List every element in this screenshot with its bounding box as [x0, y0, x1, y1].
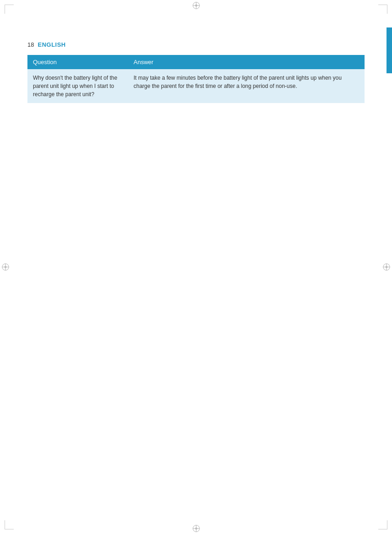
corner-mark-bottom-left [5, 520, 14, 529]
page-language: ENGLISH [38, 41, 65, 48]
table-header-question: Question [27, 55, 128, 69]
page-number: 18 [27, 41, 34, 48]
compass-icon-bottom [192, 524, 201, 533]
compass-icon-left [1, 262, 10, 272]
table-row: Why doesn't the battery light of the par… [27, 69, 365, 103]
table-cell-answer: It may take a few minutes before the bat… [128, 69, 365, 103]
compass-icon-top [192, 1, 201, 10]
table-cell-question: Why doesn't the battery light of the par… [27, 69, 128, 103]
sidebar-tab [387, 27, 392, 73]
table-header-answer: Answer [128, 55, 365, 69]
page-header: 18 ENGLISH [27, 41, 66, 48]
faq-table: Question Answer Why doesn't the battery … [27, 55, 365, 103]
corner-mark-bottom-right [378, 520, 387, 529]
compass-icon-right [382, 262, 391, 272]
corner-mark-top-left [5, 5, 14, 14]
corner-mark-top-right [378, 5, 387, 14]
